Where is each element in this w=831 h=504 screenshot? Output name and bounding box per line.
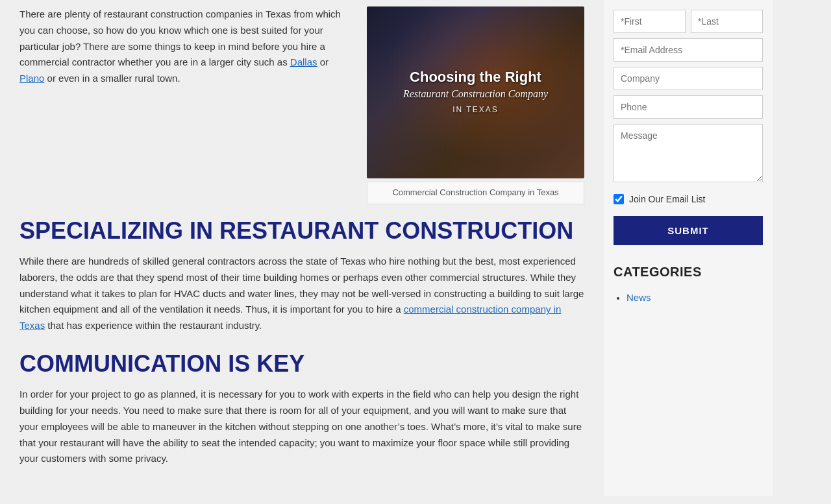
email-list-checkbox[interactable] [614, 194, 624, 204]
news-link[interactable]: News [626, 292, 651, 303]
main-content: Choosing the Right Restaurant Constructi… [0, 0, 604, 496]
image-section: Choosing the Right Restaurant Constructi… [367, 6, 584, 204]
company-row [614, 67, 763, 95]
submit-button[interactable]: SUBMIT [614, 216, 763, 245]
image-overlay: Choosing the Right Restaurant Constructi… [403, 68, 548, 116]
message-input[interactable] [614, 124, 763, 182]
section2-heading: COMMUNICATION IS KEY [19, 350, 584, 377]
sidebar: Join Our Email List SUBMIT CATEGORIES Ne… [604, 0, 773, 496]
section1-heading: SPECIALIZING IN RESTAURANT CONSTRUCTION [19, 217, 584, 244]
categories-heading: CATEGORIES [614, 261, 763, 282]
last-name-input[interactable] [691, 10, 763, 33]
plano-link[interactable]: Plano [19, 73, 44, 84]
email-row [614, 38, 763, 67]
company-input[interactable] [614, 67, 763, 90]
first-name-input[interactable] [614, 10, 686, 33]
image-subtitle: Restaurant Construction Company [403, 87, 548, 101]
categories-list: News [614, 290, 763, 306]
phone-row [614, 95, 763, 124]
list-item: News [626, 290, 763, 306]
name-row [614, 10, 763, 33]
email-list-label[interactable]: Join Our Email List [629, 192, 705, 206]
image-title: Choosing the Right [403, 68, 548, 87]
email-list-row: Join Our Email List [614, 192, 763, 206]
section1-body: While there are hundreds of skilled gene… [19, 254, 584, 334]
categories-section: CATEGORIES News [614, 261, 763, 306]
section2-body: In order for your project to go as plann… [19, 387, 584, 467]
email-input[interactable] [614, 38, 763, 62]
restaurant-image: Choosing the Right Restaurant Constructi… [367, 6, 584, 178]
image-caption: Commercial Construction Company in Texas [367, 182, 584, 204]
phone-input[interactable] [614, 95, 763, 119]
dallas-link[interactable]: Dallas [290, 56, 317, 67]
image-location: IN TEXAS [403, 104, 548, 116]
